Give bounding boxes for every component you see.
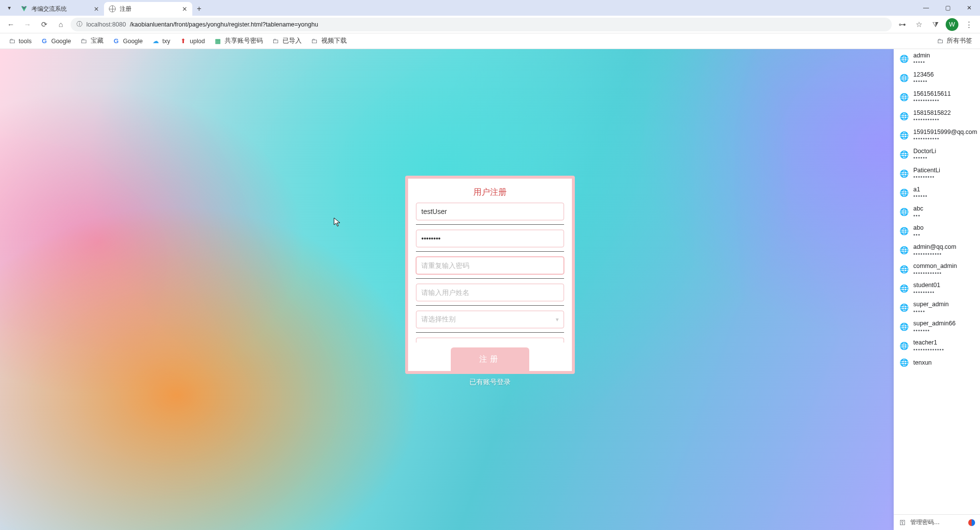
manage-passwords-link[interactable]: 管理密码… [910,518,940,527]
globe-icon: 🌐 [900,93,908,102]
suggestion-username: 123456 [913,71,934,78]
bookmarks-bar: 🗀toolsGGoogle🗀宝藏GGoogle☁txy⬆uplod▦共享账号密码… [0,33,980,49]
suggestion-password-mask: ••••• [913,308,949,315]
globe-icon: 🌐 [900,284,908,293]
password-suggestion-item[interactable]: 🌐15915915999@qq.com••••••••••• [894,126,979,145]
close-icon[interactable]: ✕ [94,5,99,13]
password-suggestion-item[interactable]: 🌐DoctorLi•••••• [894,145,979,164]
folder-icon: 🗀 [272,37,280,45]
all-bookmarks-button[interactable]: 🗀 所有书签 [932,35,976,47]
login-link[interactable]: 已有账号登录 [469,378,511,387]
forward-button[interactable]: → [21,18,34,31]
suggestion-password-mask: •••••• [913,78,934,84]
realname-input[interactable] [416,284,564,301]
bookmark-item[interactable]: ⬆uplod [175,35,209,47]
password-suggestion-item[interactable]: 🌐admin@qq.com•••••••••••• [894,240,979,260]
folder-icon: 🗀 [310,37,318,45]
gender-select[interactable]: 请选择性别 ▾ [416,311,564,328]
password-suggestion-list[interactable]: 🌐admin•••••🌐123456••••••🌐15615615611••••… [894,49,980,514]
chrome-menu-button[interactable]: ⋮ [961,17,976,32]
password-suggestion-item[interactable]: 🌐abc••• [894,202,979,221]
back-button[interactable]: ← [4,18,18,31]
globe-icon: 🌐 [900,227,908,236]
bookmark-item[interactable]: GGoogle [36,35,75,47]
password-suggestion-item[interactable]: 🌐abo••• [894,221,979,240]
reload-button[interactable]: ⟳ [37,18,51,31]
globe-icon [109,5,116,12]
password-suggestion-item[interactable]: 🌐super_admin66••••••• [894,317,979,336]
suggestion-password-mask: ••••••••••• [913,97,951,104]
bookmark-label: 视频下载 [321,37,347,45]
password-suggestion-item[interactable]: 🌐student01••••••••• [894,279,979,298]
globe-icon: 🌐 [900,342,908,350]
close-icon[interactable]: ✕ [182,5,187,13]
password-suggestion-item[interactable]: 🌐15615615611••••••••••• [894,87,979,106]
bookmark-item[interactable]: ☁txy [148,35,174,47]
bookmark-item[interactable]: ▦共享账号密码 [210,35,267,47]
url-input[interactable]: ⓘ localhost:8080/kaobianluentan/front/pa… [71,18,892,31]
new-tab-button[interactable]: + [192,2,206,16]
register-button[interactable]: 注册 [451,347,529,371]
password-suggestion-item[interactable]: 🌐super_admin••••• [894,298,979,317]
password-key-icon[interactable]: ⊶ [895,17,909,32]
globe-icon: 🌐 [900,208,908,216]
suggestion-username: 15815815822 [913,109,951,116]
suggestion-password-mask: ••••••••••••• [913,346,944,353]
password-suggestion-item[interactable]: 🌐PaticentLi••••••••• [894,164,979,183]
register-card: 用户注册 请选择性别 ▾ 注册 [405,176,575,374]
globe-icon: 🌐 [900,265,908,274]
suggestion-username: 15615615611 [913,90,951,97]
card-title: 用户注册 [416,186,564,198]
title-bar: ▾ 考编交流系统 ✕ 注册 ✕ + — ▢ ✕ [0,0,980,16]
key-icon: ⚿ [899,519,906,527]
maximize-button[interactable]: ▢ [937,0,958,15]
password-input[interactable] [416,230,564,247]
suggestion-password-mask: ••• [913,212,923,219]
password-suggestion-panel: 🌐admin•••••🌐123456••••••🌐15615615611••••… [894,49,980,530]
password-suggestion-item[interactable]: 🌐common_admin•••••••••••• [894,260,979,279]
site-info-icon[interactable]: ⓘ [77,20,82,28]
tab-search-button[interactable]: ▾ [3,1,16,14]
password-suggestion-item[interactable]: 🌐tenxun [894,355,979,370]
close-window-button[interactable]: ✕ [958,0,980,15]
home-button[interactable]: ⌂ [54,18,68,31]
globe-icon: 🌐 [900,246,908,255]
all-bookmarks-label: 所有书签 [947,37,972,45]
globe-icon: 🌐 [900,112,908,121]
upload-icon: ⬆ [179,37,187,45]
suggestion-password-mask: •••••••••••• [913,270,957,276]
address-bar: ← → ⟳ ⌂ ⓘ localhost:8080/kaobianluentan/… [0,16,980,33]
suggestion-username: 15915915999@qq.com [913,129,977,135]
bookmark-star-icon[interactable]: ☆ [911,17,926,32]
tab-0[interactable]: 考编交流系统 ✕ [16,2,104,16]
profile-avatar[interactable]: W [945,17,959,32]
bookmark-item[interactable]: 🗀视频下载 [307,35,351,47]
bookmark-label: tools [19,38,31,45]
tab-title: 注册 [120,5,131,13]
password-suggestion-item[interactable]: 🌐123456•••••• [894,68,979,87]
suggestion-password-mask: •••••• [913,155,936,161]
bookmark-item[interactable]: GGoogle [108,35,147,47]
globe-icon: 🌐 [900,74,908,82]
suggestion-username: abc [913,205,923,212]
tabs-row: ▾ 考编交流系统 ✕ 注册 ✕ + [0,0,206,16]
username-input[interactable] [416,203,564,220]
confirm-password-input[interactable] [416,257,564,274]
password-suggestion-item[interactable]: 🌐15815815822••••••••••• [894,106,979,126]
tab-1[interactable]: 注册 ✕ [104,2,192,16]
bookmark-item[interactable]: 🗀宝藏 [76,35,107,47]
bookmark-item[interactable]: 🗀已导入 [268,35,306,47]
extensions-icon[interactable]: ⧩ [928,17,943,32]
password-suggestion-item[interactable]: 🌐admin••••• [894,49,979,68]
password-suggestion-item[interactable]: 🌐a1•••••• [894,183,979,202]
password-suggestion-item[interactable]: 🌐teacher1••••••••••••• [894,336,979,355]
password-panel-footer: ⚿ 管理密码… [894,514,980,530]
bookmark-item[interactable]: 🗀tools [4,35,35,47]
bookmark-label: 已导入 [283,37,302,45]
url-host: localhost:8080 [86,21,126,28]
suggestion-username: tenxun [913,359,932,366]
tab-title: 考编交流系统 [31,5,67,13]
minimize-button[interactable]: — [915,0,937,15]
globe-icon: 🌐 [900,303,908,312]
suggestion-password-mask: ••••••••••• [913,135,977,142]
